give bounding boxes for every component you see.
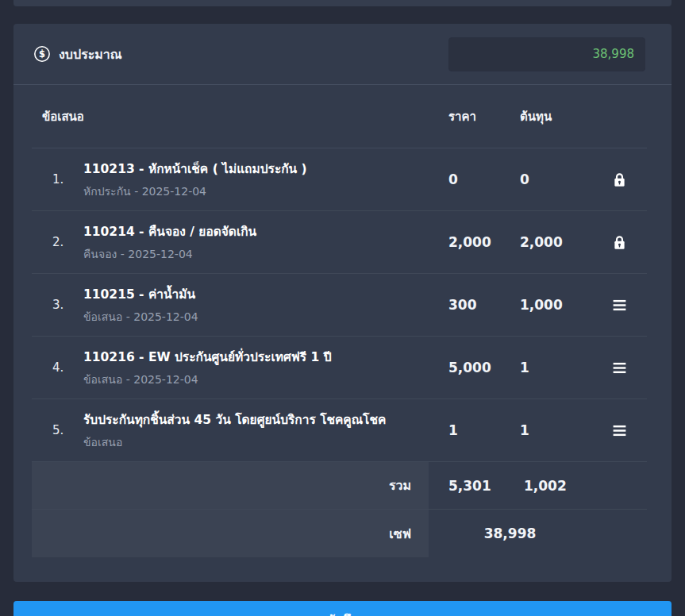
total-row-save: เซฟ 38,998: [32, 510, 647, 557]
cost-cell: 1: [508, 360, 591, 375]
total-sum-cost: 1,002: [508, 462, 591, 509]
offer-cell: 110215 - ค่าน้ำมัน ข้อเสนอ - 2025-12-04: [83, 284, 433, 325]
budget-card: $ งบประมาณ 38,998 ข้อเสนอ ราคา ต้นทุน 1.…: [13, 24, 672, 582]
price-cell: 300: [433, 297, 508, 313]
row-number: 2.: [32, 235, 83, 249]
offer-subtitle: คืนจอง - 2025-12-04: [83, 245, 433, 263]
offer-cell: 110216 - EW ประกันศูนย์ทั่วประเทศฟรี 1 ป…: [83, 347, 433, 388]
column-header-offer: ข้อเสนอ: [32, 107, 433, 126]
budget-title: $ งบประมาณ: [33, 44, 122, 64]
offer-subtitle: ข้อเสนอ - 2025-12-04: [83, 308, 433, 325]
table-row: 4. 110216 - EW ประกันศูนย์ทั่วประเทศฟรี …: [32, 337, 647, 399]
offer-subtitle: ข้อเสนอ: [83, 433, 433, 451]
action-cell: [591, 171, 647, 188]
offer-cell: 110213 - หักหน้าเช็ค ( ไม่แถมประกัน ) หั…: [83, 159, 433, 200]
column-header-cost: ต้นทุน: [508, 107, 591, 126]
price-cell: 0: [433, 171, 508, 187]
table-header-row: ข้อเสนอ ราคา ต้นทุน: [32, 85, 647, 148]
cost-cell: 2,000: [508, 234, 591, 250]
offer-title: 110214 - คืนจอง / ยอดจัดเกิน: [83, 221, 433, 241]
offer-cell: รับประกันทุกชิ้นส่วน 45 วัน โดยศูยน์บริก…: [83, 410, 433, 451]
table-row: 5. รับประกันทุกชิ้นส่วน 45 วัน โดยศูยน์บ…: [32, 399, 647, 462]
cost-cell: 1: [508, 422, 591, 438]
row-number: 5.: [32, 423, 83, 437]
total-save-label: เซฟ: [32, 510, 429, 557]
total-sum-price: 5,301: [429, 462, 508, 509]
row-number: 1.: [32, 172, 83, 187]
row-number: 3.: [32, 298, 83, 312]
budget-value-input[interactable]: 38,998: [448, 37, 645, 71]
action-cell: [591, 297, 647, 314]
price-cell: 2,000: [433, 234, 508, 250]
price-cell: 1: [433, 422, 508, 438]
cost-cell: 0: [508, 171, 591, 187]
menu-icon[interactable]: [611, 422, 628, 439]
budget-label: งบประมาณ: [59, 44, 122, 64]
action-cell: [591, 422, 647, 439]
table-row: 3. 110215 - ค่าน้ำมัน ข้อเสนอ - 2025-12-…: [32, 274, 647, 337]
offer-title: 110213 - หักหน้าเช็ค ( ไม่แถมประกัน ): [83, 159, 433, 179]
budget-header: $ งบประมาณ 38,998: [13, 24, 672, 85]
action-cell: [591, 360, 647, 376]
total-row-sum: รวม 5,301 1,002: [32, 462, 647, 510]
page: $ งบประมาณ 38,998 ข้อเสนอ ราคา ต้นทุน 1.…: [0, 0, 685, 616]
offer-cell: 110214 - คืนจอง / ยอดจัดเกิน คืนจอง - 20…: [83, 221, 433, 263]
dollar-coin-icon: $: [33, 45, 51, 63]
offer-title: 110216 - EW ประกันศูนย์ทั่วประเทศฟรี 1 ป…: [83, 347, 433, 367]
total-sum-label: รวม: [32, 462, 429, 509]
column-header-price: ราคา: [433, 107, 508, 126]
total-save-spacer: [591, 510, 647, 557]
offer-subtitle: หักประกัน - 2025-12-04: [83, 183, 433, 200]
lock-icon: [611, 234, 628, 251]
offer-title: 110215 - ค่าน้ำมัน: [83, 284, 433, 304]
menu-icon[interactable]: [611, 360, 628, 376]
table-row: 1. 110213 - หักหน้าเช็ค ( ไม่แถมประกัน )…: [32, 148, 647, 211]
lock-icon: [611, 171, 628, 188]
total-sum-spacer: [591, 462, 647, 509]
save-button[interactable]: บันทึก: [13, 601, 672, 616]
row-number: 4.: [32, 360, 83, 375]
offers-table: ข้อเสนอ ราคา ต้นทุน 1. 110213 - หักหน้าเ…: [32, 85, 647, 557]
price-cell: 5,000: [433, 360, 508, 375]
action-cell: [591, 234, 647, 251]
cost-cell: 1,000: [508, 297, 591, 313]
total-save-value: 38,998: [429, 510, 591, 557]
offer-title: รับประกันทุกชิ้นส่วน 45 วัน โดยศูยน์บริก…: [83, 410, 433, 429]
previous-card-edge: [13, 0, 672, 6]
menu-icon[interactable]: [611, 297, 628, 314]
svg-text:$: $: [39, 48, 45, 60]
budget-value: 38,998: [593, 47, 635, 61]
offer-subtitle: ข้อเสนอ - 2025-12-04: [83, 371, 433, 388]
table-row: 2. 110214 - คืนจอง / ยอดจัดเกิน คืนจอง -…: [32, 211, 647, 274]
table-body: 1. 110213 - หักหน้าเช็ค ( ไม่แถมประกัน )…: [32, 148, 647, 462]
